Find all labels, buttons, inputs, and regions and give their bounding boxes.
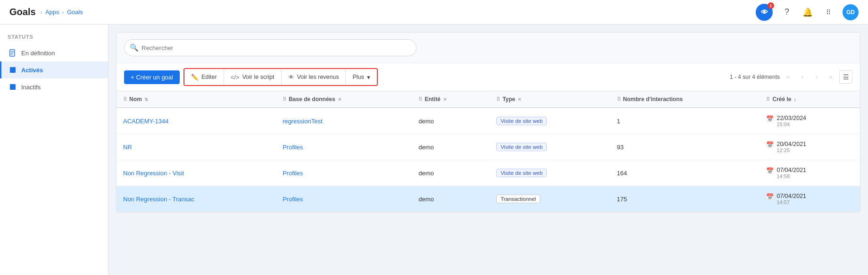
- sidebar-item-label-actives: Activés: [21, 67, 43, 74]
- breadcrumb: › Apps › Goals: [41, 9, 83, 16]
- cell-cree-le: 📅 07/04/2021 14:58: [760, 160, 860, 186]
- table-row[interactable]: Non Regression - Transac Profiles demo T…: [117, 186, 860, 212]
- toolbar-actions: ✏️ Editer </> Voir le script 👁 Voir les …: [184, 68, 378, 86]
- col-nom: ⠿ Nom ⇅: [117, 91, 276, 108]
- cell-type: Transactionnel: [490, 186, 610, 212]
- avatar-eye-icon: 👁: [761, 8, 768, 16]
- document-icon: [9, 49, 17, 57]
- sidebar-item-en-definition[interactable]: En définition: [0, 44, 108, 61]
- col-cree-le: ⠿ Créé le ↓: [760, 91, 860, 108]
- col-base-donnees: ⠿ Base de données ✕: [276, 91, 412, 108]
- col-interactions: ⠿ Nombre d'interactions: [610, 91, 760, 108]
- sidebar-item-actives[interactable]: Activés: [0, 61, 108, 78]
- header-right: 👁 1 ? 🔔 ⠿ GD: [756, 4, 859, 21]
- cell-type: Visite de site web: [490, 134, 610, 160]
- page-prev-button[interactable]: ‹: [797, 71, 808, 83]
- svg-rect-5: [10, 84, 16, 90]
- breadcrumb-apps[interactable]: Apps: [45, 9, 59, 16]
- sidebar-section-title: STATUTS: [0, 34, 108, 44]
- table-row[interactable]: Non Regression - Visit Profiles demo Vis…: [117, 160, 860, 186]
- toolbar: + Créer un goal ✏️ Editer </> Voir le sc…: [117, 63, 860, 91]
- cell-entite: demo: [412, 186, 490, 212]
- cell-interactions: 164: [610, 160, 760, 186]
- calendar-icon: 📅: [766, 193, 774, 200]
- breadcrumb-goals: Goals: [67, 9, 83, 16]
- sidebar-item-inactifs[interactable]: Inactifs: [0, 78, 108, 95]
- calendar-icon: 📅: [766, 141, 774, 148]
- cell-nom: Non Regression - Transac: [117, 186, 276, 212]
- pagination-info: 1 - 4 sur 4 éléments: [730, 74, 780, 80]
- cell-base-donnees: Profiles: [276, 186, 412, 212]
- cell-cree-le: 📅 22/03/2024 15:04: [760, 108, 860, 134]
- bell-icon[interactable]: 🔔: [801, 6, 814, 19]
- cell-nom: ACADEMY-1344: [117, 108, 276, 134]
- drag-handle-date: ⠿: [766, 96, 770, 103]
- main-avatar[interactable]: 👁 1: [756, 4, 773, 21]
- drag-handle-entite: ⠿: [418, 96, 422, 103]
- content-area: 🔍 + Créer un goal ✏️ Editer </> Voir le …: [108, 25, 868, 275]
- table-row[interactable]: NR Profiles demo Visite de site web 93 📅…: [117, 134, 860, 160]
- svg-rect-4: [10, 67, 16, 73]
- top-header: Goals › Apps › Goals 👁 1 ? 🔔 ⠿ GD: [0, 0, 868, 25]
- cell-entite: demo: [412, 108, 490, 134]
- sort-date[interactable]: ↓: [794, 97, 796, 102]
- calendar-icon: 📅: [766, 167, 774, 174]
- drag-handle-base: ⠿: [283, 96, 286, 103]
- cell-interactions: 1: [610, 108, 760, 134]
- calendar-icon: 📅: [766, 115, 774, 122]
- view-revenues-button[interactable]: 👁 Voir les revenus: [282, 69, 346, 85]
- code-icon: </>: [231, 74, 240, 81]
- create-goal-button[interactable]: + Créer un goal: [124, 70, 180, 84]
- sort-entite[interactable]: ✕: [443, 97, 447, 102]
- col-entite: ⠿ Entité ✕: [412, 91, 490, 108]
- search-wrap: 🔍: [124, 39, 417, 56]
- cell-nom: Non Regression - Visit: [117, 160, 276, 186]
- user-avatar[interactable]: GD: [843, 4, 859, 20]
- avatar-badge: 1: [768, 2, 774, 9]
- table-header-row: ⠿ Nom ⇅ ⠿ Base de données ✕: [117, 91, 860, 108]
- page-title: Goals: [9, 7, 36, 17]
- sidebar: STATUTS En définition Activés: [0, 25, 108, 275]
- breadcrumb-sep2: ›: [62, 9, 64, 16]
- search-icon: 🔍: [130, 43, 139, 52]
- edit-button[interactable]: ✏️ Editer: [184, 69, 224, 85]
- sidebar-item-label-inactifs: Inactifs: [21, 84, 41, 91]
- eye-icon: 👁: [288, 74, 294, 81]
- view-script-button[interactable]: </> Voir le script: [224, 69, 282, 85]
- cell-entite: demo: [412, 160, 490, 186]
- cell-interactions: 93: [610, 134, 760, 160]
- page-first-button[interactable]: «: [783, 71, 794, 83]
- more-button[interactable]: Plus ▾: [346, 69, 376, 85]
- grid-icon[interactable]: ⠿: [822, 6, 835, 19]
- search-input[interactable]: [124, 39, 417, 56]
- drag-handle-nom: ⠿: [123, 96, 127, 103]
- sort-base[interactable]: ✕: [338, 97, 342, 102]
- cell-interactions: 175: [610, 186, 760, 212]
- cell-type: Visite de site web: [490, 108, 610, 134]
- page-last-button[interactable]: »: [825, 71, 836, 83]
- active-icon: [9, 66, 17, 74]
- sidebar-item-label-en-definition: En définition: [21, 50, 55, 57]
- data-table: ⠿ Nom ⇅ ⠿ Base de données ✕: [117, 91, 860, 212]
- cell-type: Visite de site web: [490, 160, 610, 186]
- cell-base-donnees: Profiles: [276, 160, 412, 186]
- col-type: ⠿ Type ✕: [490, 91, 610, 108]
- inactive-icon: [9, 83, 17, 91]
- page-next-button[interactable]: ›: [811, 71, 822, 83]
- breadcrumb-arrow: ›: [41, 9, 42, 16]
- table-row[interactable]: ACADEMY-1344 regressionTest demo Visite …: [117, 108, 860, 134]
- content-card: 🔍 + Créer un goal ✏️ Editer </> Voir le …: [116, 32, 860, 213]
- view-toggle-button[interactable]: ☰: [839, 70, 852, 84]
- sort-type[interactable]: ✕: [517, 97, 521, 102]
- sort-nom[interactable]: ⇅: [144, 97, 148, 102]
- cell-nom: NR: [117, 134, 276, 160]
- main-layout: STATUTS En définition Activés: [0, 25, 868, 275]
- help-icon[interactable]: ?: [780, 6, 793, 19]
- pagination: 1 - 4 sur 4 éléments « ‹ › » ☰: [730, 70, 852, 84]
- drag-handle-type: ⠿: [496, 96, 500, 103]
- cell-entite: demo: [412, 134, 490, 160]
- drag-handle-interactions: ⠿: [617, 96, 621, 103]
- cell-cree-le: 📅 07/04/2021 14:57: [760, 186, 860, 212]
- cell-cree-le: 📅 20/04/2021 12:25: [760, 134, 860, 160]
- search-bar: 🔍: [117, 33, 860, 63]
